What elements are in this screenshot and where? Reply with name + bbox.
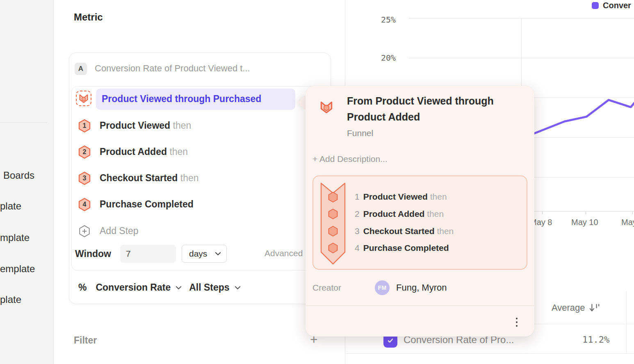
chevron-down-icon[interactable] [235, 286, 241, 290]
window-label: Window [75, 248, 111, 259]
popover-step-4: 4Purchase Completed [355, 243, 449, 253]
series-title[interactable]: Conversion Rate of Product Viewed t... [95, 63, 250, 74]
funnel-ribbon-icon [319, 182, 347, 267]
series-a-badge: A [75, 63, 87, 75]
advanced-link[interactable]: Advanced [265, 248, 303, 258]
step-number: 2 [78, 145, 91, 159]
funnel-icon [78, 93, 89, 104]
more-options-kebab-icon[interactable] [512, 315, 522, 330]
average-column-header[interactable]: Average [552, 303, 600, 313]
popover-funnel-icon [319, 99, 334, 116]
metric-section-heading: Metric [74, 11, 103, 23]
selected-event-label[interactable]: Product Viewed through Purchased [102, 93, 261, 105]
sort-descending-icon[interactable] [588, 303, 600, 313]
step-badge-1: 1 [78, 119, 91, 134]
measure-scope-dropdown[interactable]: All Steps [189, 282, 229, 293]
popover-step-2: 2Product Added then [355, 209, 444, 219]
sidebar-item-template-3[interactable]: emplate [0, 263, 35, 275]
percent-symbol: % [78, 282, 87, 293]
window-value-input[interactable]: 7 [120, 245, 176, 263]
check-icon [386, 337, 395, 345]
add-step-icon[interactable] [78, 225, 91, 239]
creator-avatar: FM [375, 280, 390, 295]
measure-type-dropdown[interactable]: Conversion Rate [96, 282, 171, 293]
popover-step-3: 3Checkout Started then [355, 226, 454, 236]
popover-step-name: Product Viewed [363, 192, 428, 201]
popover-step-1: 1Product Viewed then [355, 192, 447, 202]
popover-step-then: then [427, 209, 444, 218]
funnel-metric-icon[interactable] [76, 91, 91, 106]
step-name[interactable]: Checkout Started [100, 173, 178, 183]
add-step-button[interactable]: Add Step [100, 225, 139, 237]
left-sidebar [0, 0, 54, 364]
creator-label: Creator [312, 283, 341, 293]
step-name[interactable]: Product Added [100, 146, 167, 157]
step-number: 1 [78, 119, 91, 133]
step-row-4[interactable]: Purchase Completed [100, 199, 194, 210]
table-row-border [346, 353, 634, 354]
sidebar-item-template-1[interactable]: plate [0, 200, 21, 212]
popover-subtitle: Funnel [347, 128, 373, 138]
filter-section-heading: Filter [74, 335, 97, 346]
sidebar-item-template-4[interactable]: plate [0, 293, 21, 306]
sidebar-item-template-2[interactable]: mplate [0, 232, 30, 244]
step-badge-4: 4 [78, 198, 91, 213]
table-row-average-value: 11.2% [582, 334, 609, 345]
chevron-down-icon [215, 252, 221, 256]
popover-step-number: 2 [355, 209, 360, 218]
step-then: then [173, 120, 192, 131]
popover-footer-divider [306, 305, 534, 306]
popover-step-name: Product Added [363, 209, 425, 218]
creator-name: Fung, Myron [396, 282, 447, 293]
step-then: then [180, 173, 199, 183]
step-number: 3 [78, 171, 91, 185]
line-series [520, 82, 634, 139]
step-badge-2: 2 [78, 145, 91, 161]
popover-step-number: 3 [355, 226, 360, 236]
step-row-3[interactable]: Checkout Started then [100, 173, 199, 184]
popover-step-then: then [437, 226, 454, 236]
y-tick-25: 25% [377, 15, 396, 25]
chevron-down-icon[interactable] [176, 286, 182, 290]
table-column-divider [626, 291, 627, 353]
average-header-label: Average [552, 303, 585, 313]
popover-step-number: 4 [355, 243, 360, 253]
measure-row: % Conversion Rate All Steps [78, 282, 241, 293]
sidebar-divider [0, 123, 47, 123]
popover-step-then: then [430, 192, 447, 201]
step-name[interactable]: Product Viewed [100, 120, 170, 131]
popover-step-name: Checkout Started [363, 226, 435, 236]
app-canvas: Boards plate mplate emplate plate Metric… [0, 0, 634, 364]
step-number: 4 [78, 198, 91, 212]
popover-step-name: Purchase Completed [363, 243, 449, 253]
popover-title: From Product Viewed through Product Adde… [347, 93, 503, 125]
step-badge-3: 3 [78, 171, 91, 187]
window-unit-value: days [189, 249, 207, 259]
add-description-link[interactable]: + Add Description... [312, 154, 388, 164]
window-unit-select[interactable]: days [182, 245, 227, 263]
sidebar-item-boards[interactable]: Boards [3, 169, 34, 182]
step-then: then [169, 146, 188, 157]
step-name[interactable]: Purchase Completed [100, 199, 194, 209]
step-row-2[interactable]: Product Added then [100, 146, 188, 157]
step-row-1[interactable]: Product Viewed then [100, 120, 191, 131]
popover-step-number: 1 [355, 192, 360, 201]
y-tick-20: 20% [377, 53, 396, 63]
